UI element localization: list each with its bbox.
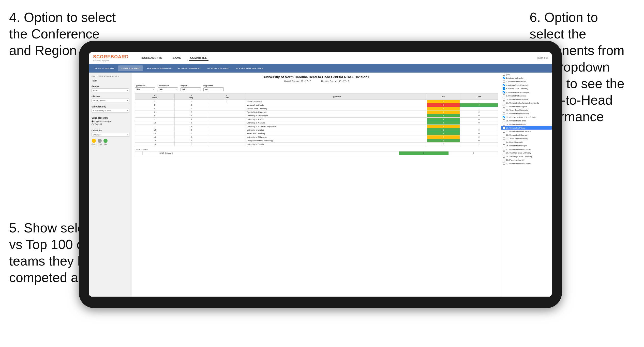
dropdown-checkbox[interactable]	[503, 116, 505, 118]
colour-level: Level	[98, 139, 102, 145]
dropdown-item[interactable]: 10. University of Alabama	[501, 98, 552, 101]
nav-teams[interactable]: TEAMS	[170, 55, 183, 61]
last-updated: Last Updated: 4/7/2024 16:55:38	[92, 75, 129, 77]
logo-text: SCOREBOARD	[93, 54, 129, 60]
dropdown-checkbox[interactable]	[503, 134, 505, 136]
dropdown-checkbox[interactable]	[503, 87, 505, 90]
region-filter: Region (All)	[181, 85, 201, 91]
dropdown-item[interactable]: 31. University of North Florida	[501, 162, 552, 165]
subnav-team-h2h-grid[interactable]: TEAM H2H GRID	[118, 65, 143, 71]
team-section: Team	[92, 79, 129, 82]
dropdown-list: (All) 2. Auburn University 3. Vanderbilt…	[501, 73, 552, 297]
dropdown-item-label: 3. Vanderbilt University	[506, 80, 526, 83]
dropdown-item[interactable]: 8. University of Arizona	[501, 94, 552, 98]
opponent-select[interactable]: (All)	[203, 87, 224, 91]
dropdown-checkbox[interactable]	[503, 141, 505, 143]
dropdown-item[interactable]: 22. University of Georgia	[501, 133, 552, 137]
colour-select[interactable]: Win/loss	[92, 133, 129, 137]
dropdown-checkbox[interactable]	[503, 119, 505, 122]
nav-tournaments[interactable]: TOURNAMENTS	[139, 55, 163, 61]
dropdown-item[interactable]: 18. University of Illinois	[501, 122, 552, 126]
dropdown-item-label: 8. University of Arizona	[506, 95, 526, 97]
opponents-select[interactable]: (All)	[135, 87, 155, 91]
subnav-team-summary[interactable]: TEAM SUMMARY	[92, 65, 117, 71]
dropdown-checkbox[interactable]	[503, 84, 505, 86]
dropdown-item[interactable]: 21. University of New Mexico	[501, 130, 552, 133]
division-label: Division	[92, 95, 129, 98]
dropdown-item[interactable]: 2. Auburn University	[501, 76, 552, 80]
dropdown-item[interactable]: 29. San Diego State University	[501, 155, 552, 158]
dropdown-checkbox[interactable]	[503, 151, 505, 154]
dropdown-checkbox[interactable]	[503, 105, 505, 108]
dropdown-item[interactable]: 24. Duke University	[501, 140, 552, 144]
dropdown-item[interactable]: 16. University of Florida	[501, 119, 552, 122]
dropdown-item[interactable]: 27. University of Notre Dame	[501, 147, 552, 151]
dropdown-checkbox[interactable]	[503, 109, 505, 111]
radio-top100[interactable]: Top 100	[92, 123, 129, 125]
conference-select[interactable]: (All)	[158, 87, 178, 91]
dropdown-item[interactable]: 20. University of Texas	[501, 126, 552, 130]
sign-out-link[interactable]: | Sign out	[537, 57, 548, 59]
dropdown-item-label: 16. University of Florida	[506, 120, 526, 122]
dropdown-checkbox[interactable]	[503, 77, 505, 79]
dropdown-checkbox[interactable]	[503, 144, 505, 147]
dropdown-checkbox[interactable]	[503, 94, 505, 97]
dropdown-checkbox[interactable]	[503, 162, 505, 165]
dropdown-item[interactable]: 6. University of Washington	[501, 90, 552, 94]
dropdown-checkbox[interactable]	[503, 80, 505, 83]
left-sidebar: Last Updated: 4/7/2024 16:55:38 Team Gen…	[89, 73, 132, 297]
dropdown-checkbox[interactable]	[503, 159, 505, 161]
school-label: School (Rank)	[92, 105, 129, 108]
dropdown-item[interactable]: 3. Vanderbilt University	[501, 80, 552, 83]
table-row: 15 4 Georgia Institute of Technology 5 0	[135, 139, 498, 143]
dropdown-item[interactable]: 14. University of Oklahoma	[501, 112, 552, 115]
col-reg: #Reg	[174, 93, 208, 100]
region-select[interactable]: (All)	[181, 87, 201, 91]
col-opponent: Opponent	[246, 93, 427, 100]
dropdown-checkbox[interactable]	[503, 155, 505, 158]
dropdown-checkbox[interactable]	[503, 123, 505, 126]
radio-label-top100: Top 100	[95, 123, 102, 125]
dropdown-checkbox[interactable]	[503, 91, 505, 93]
opponent-dropdown-panel: (All) 2. Auburn University 3. Vanderbilt…	[501, 73, 552, 297]
colour-down-label: Down	[92, 143, 96, 145]
dropdown-item-label: 12. University of Virginia	[506, 105, 527, 108]
dropdown-item[interactable]: 11. University of Arkansas, Fayetteville	[501, 101, 552, 105]
dropdown-checkbox[interactable]	[503, 102, 505, 104]
gender-select[interactable]: Men's	[92, 88, 129, 92]
school-select[interactable]: 1. University of Nort...	[92, 109, 129, 113]
subnav-player-summary[interactable]: PLAYER SUMMARY	[175, 65, 204, 71]
dropdown-item-label: 18. University of Illinois	[506, 123, 526, 126]
division-select[interactable]: NCAA Division I	[92, 99, 129, 102]
dropdown-checkbox[interactable]	[503, 148, 505, 150]
dropdown-checkbox[interactable]	[503, 112, 505, 115]
opponents-filter-label: Opponents:	[135, 85, 155, 87]
dropdown-item[interactable]: 13. Texas Tech University	[501, 108, 552, 112]
division-record: Division Record: 88 - 17 - 0	[321, 80, 349, 82]
dropdown-item[interactable]: 25. University of Oregon	[501, 144, 552, 147]
sub-nav: TEAM SUMMARY TEAM H2H GRID TEAM H2H HEAT…	[89, 64, 552, 73]
dropdown-item[interactable]: 4. Arizona State University	[501, 83, 552, 87]
subnav-team-h2h-heatmap[interactable]: TEAM H2H HEATMAP	[144, 65, 174, 71]
subnav-player-h2h-grid[interactable]: PLAYER H2H GRID	[204, 65, 232, 71]
dropdown-item[interactable]: 12. University of Virginia	[501, 105, 552, 108]
dropdown-item[interactable]: 5. Florida State University	[501, 87, 552, 90]
dropdown-item[interactable]: (All)	[501, 73, 552, 76]
dropdown-item[interactable]: 23. Texas A&M University	[501, 137, 552, 140]
dropdown-checkbox[interactable]	[503, 98, 505, 101]
colour-up-circle	[103, 139, 108, 143]
subnav-player-h2h-heatmap[interactable]: PLAYER H2H HEATMAP	[233, 65, 266, 71]
dropdown-checkbox[interactable]	[503, 137, 505, 140]
table-row: 9 3 University of Arizona 1 0	[135, 118, 498, 121]
dropdown-item[interactable]: 15. Georgia Institute of Technology	[501, 115, 552, 119]
nav-committee[interactable]: COMMITTEE	[189, 55, 208, 61]
radio-opponents-played[interactable]: Opponents Played	[92, 120, 129, 122]
dropdown-item[interactable]: 30. Purdue University	[501, 158, 552, 162]
table-row: 16 2 University of Florida 5 1	[135, 143, 498, 146]
dropdown-checkbox[interactable]	[503, 73, 505, 76]
table-row: 8 2 University of Washington 1 0	[135, 114, 498, 118]
dropdown-item[interactable]: 28. The Ohio State University	[501, 151, 552, 155]
table-row: 4 1 Arizona State University 5 1	[135, 107, 498, 110]
dropdown-checkbox[interactable]	[503, 130, 505, 133]
dropdown-checkbox[interactable]	[503, 127, 505, 129]
